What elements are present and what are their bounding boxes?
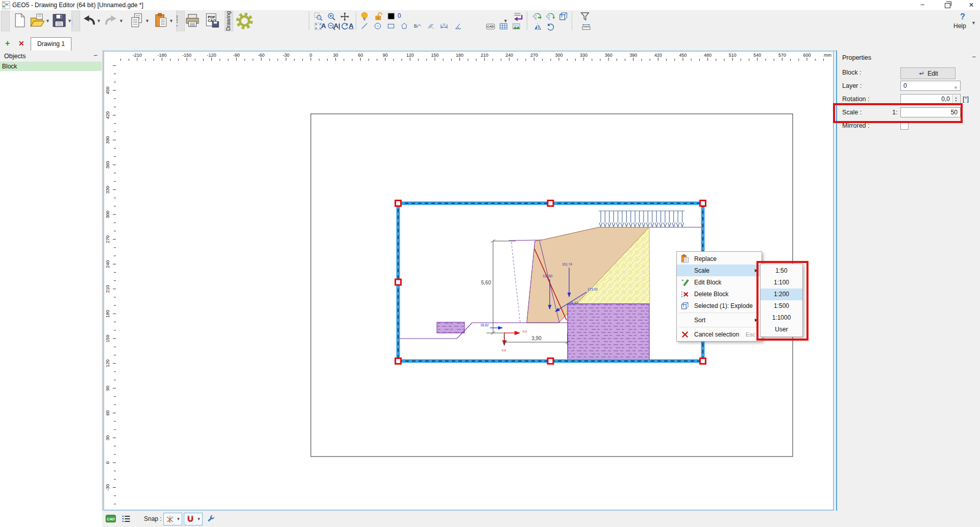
zoom-in-icon[interactable] (327, 12, 336, 21)
snap-settings-wrench-icon[interactable] (206, 514, 215, 523)
tab-drawing-1[interactable]: Drawing 1 (31, 37, 71, 51)
svg-text:450: 450 (679, 53, 687, 58)
pan-icon[interactable] (340, 12, 349, 21)
copy-icon[interactable] (129, 13, 144, 28)
help-label[interactable]: Help (953, 22, 966, 30)
save-icon[interactable] (52, 13, 67, 28)
printer-icon[interactable] (185, 13, 200, 28)
redo-icon[interactable] (104, 13, 118, 28)
submenu-item-1-500[interactable]: 1:500 (761, 300, 802, 312)
cad-mode-icon[interactable]: CAD (104, 514, 117, 524)
text-frame-tool-icon[interactable]: A| (333, 21, 341, 30)
menu-item-cancel-selection[interactable]: Cancel selectionEsc (677, 328, 762, 340)
menu-item-selected-1-explode[interactable]: Selected (1): Explode (677, 300, 762, 312)
object-list-item-block[interactable]: Block (0, 62, 102, 71)
measure-icon[interactable] (582, 23, 591, 32)
submenu-item-1-200[interactable]: 1:200 (761, 289, 802, 300)
gear-icon[interactable] (236, 12, 253, 30)
submenu-item-1-50[interactable]: 1:50 (761, 265, 802, 277)
rotate-icon[interactable] (546, 22, 555, 31)
explode-icon[interactable] (558, 11, 569, 21)
lock-icon[interactable] (374, 12, 383, 21)
text-tool-icon[interactable]: A (320, 21, 328, 30)
edit-block-button[interactable]: Edit (900, 67, 955, 79)
new-document-icon[interactable] (12, 13, 28, 28)
rectangle-icon[interactable] (387, 22, 395, 30)
magnet-snap-button[interactable] (184, 513, 197, 525)
menu-item-scale[interactable]: Scale▶ (677, 265, 762, 276)
restore-button[interactable] (939, 0, 957, 9)
dropdown-arrow-icon[interactable]: ▼ (45, 18, 50, 23)
menu-separator (679, 327, 760, 327)
menu-item-delete-block[interactable]: Delete Block (677, 288, 762, 300)
trim-icon[interactable] (427, 22, 435, 30)
rotation-spinner[interactable]: ▲▼ (952, 95, 960, 103)
help-icon[interactable]: ? (960, 12, 965, 21)
close-tab-button[interactable]: ✕ (18, 39, 24, 47)
dropdown-arrow-icon[interactable]: ▼ (169, 18, 174, 23)
svg-text:120: 120 (406, 53, 414, 58)
dropdown-arrow-icon[interactable]: ▼ (503, 18, 508, 23)
selection-handle[interactable] (396, 201, 401, 206)
line-icon[interactable] (360, 22, 369, 30)
menu-item-label: Sort (694, 317, 705, 324)
filter-icon[interactable] (580, 11, 590, 21)
bspline-icon[interactable]: B (413, 22, 422, 30)
undo-icon[interactable] (82, 13, 96, 28)
tab-bar: + ✕ Drawing 1 (0, 32, 980, 51)
selection-handle[interactable] (700, 358, 706, 364)
image-icon[interactable] (512, 22, 521, 31)
selection-handle[interactable] (548, 201, 553, 206)
menu-item-replace[interactable]: Replace (677, 253, 762, 265)
menu-item-sort[interactable]: Sort▶ (677, 314, 762, 326)
scale-input[interactable]: 50 (900, 107, 961, 117)
cad-icon[interactable]: CAD (486, 22, 495, 31)
selection-handle[interactable] (548, 358, 553, 364)
submenu-item-user[interactable]: User (761, 324, 802, 336)
apply-block-icon[interactable] (512, 11, 524, 22)
objects-collapse-button[interactable]: − (93, 52, 97, 59)
polygon-icon[interactable] (400, 22, 408, 30)
properties-collapse-button[interactable]: − (972, 53, 976, 61)
snap-mode-dropdown[interactable]: ▼ (175, 513, 182, 525)
minimize-button[interactable]: − (914, 1, 931, 10)
pdf-cad-icon[interactable]: PDFCAD (204, 13, 219, 28)
menu-item-label: Edit Block (694, 279, 721, 286)
dropdown-arrow-icon[interactable]: ▼ (119, 18, 124, 23)
mirrored-checkbox[interactable] (900, 122, 909, 130)
rotation-input[interactable]: 0,0 ▲▼ (900, 94, 961, 104)
mirror-icon[interactable] (533, 22, 542, 31)
submenu-item-1-1000[interactable]: 1:1000 (761, 312, 802, 324)
magnet-snap-dropdown[interactable]: ▼ (195, 513, 203, 525)
zoom-window-icon[interactable] (314, 12, 323, 21)
text-edit-tool-icon[interactable]: A (347, 21, 355, 30)
selection-handle[interactable] (396, 279, 401, 285)
help-dropdown-icon[interactable]: ▼ (971, 20, 976, 26)
properties-panel: Properties − Block : Edit Layer : 0▼ Rot… (836, 51, 980, 527)
paste-icon[interactable] (153, 13, 168, 28)
apply-properties-icon[interactable] (545, 11, 555, 21)
svg-text:330: 330 (580, 53, 587, 58)
dropdown-arrow-icon[interactable]: ▼ (67, 18, 72, 23)
bulb-icon[interactable] (360, 12, 369, 21)
angle-dimension-icon[interactable] (454, 22, 462, 30)
selection-handle[interactable] (700, 201, 706, 206)
add-tab-button[interactable]: + (5, 39, 10, 48)
selection-handle[interactable] (396, 358, 401, 364)
close-button[interactable]: × (963, 1, 980, 10)
circle-icon[interactable] (374, 22, 382, 30)
color-swatch-icon[interactable] (387, 12, 396, 21)
copy-properties-icon[interactable] (532, 11, 542, 21)
dropdown-arrow-icon[interactable]: ▼ (145, 18, 150, 23)
dropdown-arrow-icon[interactable]: ▼ (96, 18, 101, 23)
snap-mode-button[interactable] (163, 513, 176, 525)
menu-item-edit-block[interactable]: Edit Block (677, 276, 762, 288)
dimension-icon[interactable]: 11 (440, 22, 448, 30)
layer-select[interactable]: 0▼ (900, 81, 961, 91)
open-folder-icon[interactable] (30, 13, 45, 28)
svg-text:540: 540 (753, 53, 761, 58)
svg-text:330: 330 (105, 186, 110, 194)
submenu-item-1-100[interactable]: 1:100 (761, 277, 802, 289)
layers-list-icon[interactable] (120, 514, 132, 524)
svg-text:90: 90 (383, 53, 388, 58)
